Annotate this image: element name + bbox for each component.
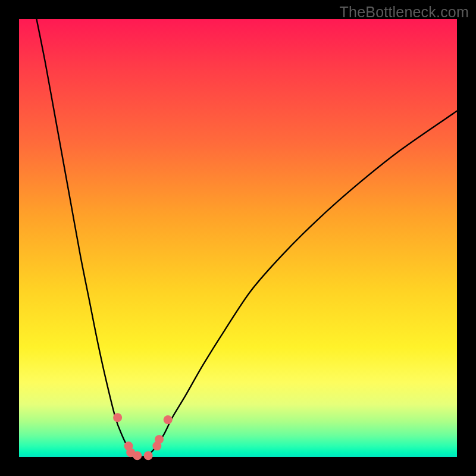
curve-marker [133,451,142,460]
watermark-label: TheBottleneck.com [340,4,469,21]
chart-frame: TheBottleneck.com [0,0,476,476]
curve-marker [113,413,122,422]
curve-marker [144,451,153,460]
bottleneck-curve [36,19,457,457]
curve-marker [155,435,164,444]
plot-area [19,19,457,457]
curve-marker [164,415,173,424]
curve-layer [19,19,457,457]
